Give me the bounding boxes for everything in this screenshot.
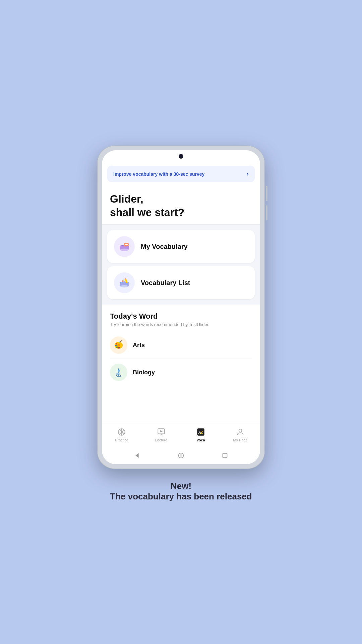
nav-my-page[interactable]: My Page bbox=[221, 427, 260, 442]
svg-point-12 bbox=[123, 279, 124, 281]
svg-point-19 bbox=[118, 347, 120, 348]
subject-list: Arts bbox=[110, 332, 252, 386]
svg-point-29 bbox=[120, 375, 121, 376]
svg-point-3 bbox=[125, 244, 126, 245]
svg-rect-27 bbox=[116, 373, 120, 374]
caption-line1: New! bbox=[110, 481, 252, 491]
arts-subject-name: Arts bbox=[133, 342, 145, 349]
home-button[interactable] bbox=[177, 452, 185, 459]
system-nav bbox=[102, 447, 260, 464]
practice-icon bbox=[117, 427, 126, 437]
todays-word-section: Today's Word Try learning the words reco… bbox=[102, 305, 260, 388]
svg-point-15 bbox=[117, 344, 120, 346]
svg-point-45 bbox=[180, 454, 182, 457]
greeting-line2: shall we start? bbox=[110, 206, 184, 218]
practice-label: Practice bbox=[115, 438, 128, 442]
arts-subject-item[interactable]: Arts bbox=[110, 332, 252, 359]
volume-button-2 bbox=[266, 205, 267, 220]
svg-marker-36 bbox=[160, 430, 163, 433]
my-page-label: My Page bbox=[233, 438, 247, 442]
svg-point-18 bbox=[116, 346, 118, 348]
my-page-icon bbox=[236, 427, 245, 437]
svg-point-28 bbox=[116, 375, 117, 376]
phone-frame: Improve vocabulary with a 30-sec survey … bbox=[97, 146, 265, 469]
arts-icon-wrap bbox=[110, 336, 127, 354]
bottom-nav: Practice Lecture bbox=[102, 424, 260, 447]
back-button[interactable] bbox=[133, 452, 141, 459]
arts-icon bbox=[113, 340, 124, 351]
app-screen: Improve vocabulary with a 30-sec survey … bbox=[102, 162, 260, 464]
cards-section: My Vocabulary bbox=[102, 225, 260, 305]
voca-icon: A Z bbox=[196, 427, 205, 437]
biology-subject-name: Biology bbox=[133, 369, 155, 376]
svg-rect-46 bbox=[223, 453, 227, 458]
greeting-section: Glider, shall we start? bbox=[102, 185, 260, 224]
bottom-caption: New! The vocabulary has been released bbox=[110, 481, 252, 502]
biology-icon-wrap bbox=[110, 364, 127, 381]
my-vocabulary-icon bbox=[118, 240, 131, 253]
biology-icon bbox=[113, 367, 124, 378]
volume-button-1 bbox=[266, 186, 267, 201]
svg-line-20 bbox=[120, 340, 122, 342]
vocabulary-list-card[interactable]: Vocabulary List bbox=[107, 266, 255, 299]
voca-label: Voca bbox=[196, 438, 205, 442]
recents-button[interactable] bbox=[221, 452, 229, 459]
nav-practice[interactable]: Practice bbox=[102, 427, 141, 442]
vocabulary-list-icon bbox=[118, 276, 131, 289]
svg-point-16 bbox=[116, 343, 117, 344]
nav-voca[interactable]: A Z Voca bbox=[181, 427, 221, 442]
content-spacer bbox=[102, 388, 260, 424]
svg-point-17 bbox=[115, 345, 117, 346]
survey-arrow-icon: › bbox=[247, 170, 249, 177]
survey-text: Improve vocabulary with a 30-sec survey bbox=[113, 171, 204, 177]
camera-bar bbox=[102, 150, 260, 162]
my-vocabulary-card[interactable]: My Vocabulary bbox=[107, 230, 255, 263]
biology-subject-item[interactable]: Biology bbox=[110, 359, 252, 386]
lecture-label: Lecture bbox=[155, 438, 168, 442]
svg-rect-25 bbox=[118, 368, 119, 370]
todays-word-title: Today's Word bbox=[110, 312, 252, 321]
svg-point-11 bbox=[121, 282, 122, 283]
survey-banner[interactable]: Improve vocabulary with a 30-sec survey … bbox=[107, 166, 255, 182]
lecture-icon bbox=[157, 427, 166, 437]
nav-lecture[interactable]: Lecture bbox=[141, 427, 181, 442]
vocabulary-list-icon-wrap bbox=[114, 272, 135, 293]
my-vocabulary-icon-wrap bbox=[114, 236, 135, 257]
svg-marker-43 bbox=[136, 453, 139, 458]
todays-word-subtitle: Try learning the words recommended by Te… bbox=[110, 322, 252, 327]
svg-text:Z: Z bbox=[200, 430, 203, 435]
camera-dot bbox=[179, 154, 183, 159]
my-vocabulary-label: My Vocabulary bbox=[141, 243, 188, 251]
svg-point-42 bbox=[239, 429, 242, 432]
greeting-title: Glider, shall we start? bbox=[110, 192, 252, 219]
greeting-line1: Glider, bbox=[110, 193, 143, 205]
svg-point-5 bbox=[127, 244, 128, 245]
vocabulary-list-label: Vocabulary List bbox=[141, 279, 190, 287]
phone-screen: Improve vocabulary with a 30-sec survey … bbox=[102, 150, 260, 464]
caption-line2: The vocabulary has been released bbox=[110, 491, 252, 502]
svg-point-4 bbox=[126, 244, 127, 245]
